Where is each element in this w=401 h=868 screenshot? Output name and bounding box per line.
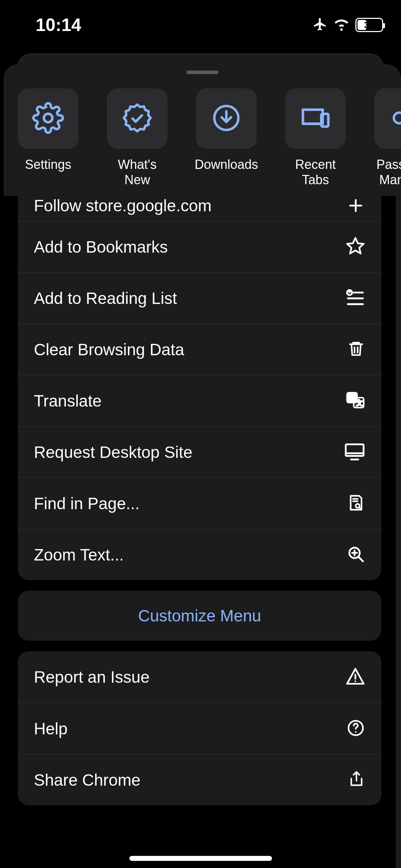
menu-item-label: Clear Browsing Data <box>34 340 184 359</box>
menu-item-report-issue[interactable]: Report an Issue <box>18 651 381 703</box>
shortcut-label: Password Manager <box>376 157 401 187</box>
shortcut-settings[interactable]: Settings <box>18 88 78 187</box>
menu-item-label: Follow store.google.com <box>34 196 212 215</box>
download-icon <box>210 102 242 135</box>
svg-text:文: 文 <box>356 399 363 407</box>
status-bar: 10:14 38 <box>0 0 401 50</box>
shortcut-tile <box>18 88 78 149</box>
menu-group-actions: Follow store.google.com Add to Bookmarks… <box>18 196 381 580</box>
menu-item-translate[interactable]: Translate G文 <box>18 375 381 426</box>
shortcut-label: Downloads <box>195 157 258 172</box>
help-circle-icon <box>346 718 365 739</box>
star-icon <box>345 236 365 258</box>
menu-item-label: Translate <box>34 391 102 410</box>
shortcut-downloads[interactable]: Downloads <box>196 88 257 187</box>
menu-item-label: Request Desktop Site <box>34 443 192 462</box>
svg-rect-2 <box>321 114 328 126</box>
plus-icon <box>346 196 365 217</box>
shortcut-label: What's New <box>107 157 168 187</box>
menu-item-label: Zoom Text... <box>34 545 124 564</box>
gear-icon <box>32 102 64 135</box>
sheet-grabber[interactable] <box>186 71 219 74</box>
battery-percent: 38 <box>355 20 383 31</box>
menu-item-label: Find in Page... <box>34 494 140 513</box>
desktop-icon <box>344 441 365 464</box>
menu-item-add-bookmarks[interactable]: Add to Bookmarks <box>18 221 381 272</box>
shortcut-whats-new[interactable]: What's New <box>107 88 168 187</box>
badge-check-icon <box>121 102 153 135</box>
menu-item-follow[interactable]: Follow store.google.com <box>18 196 381 221</box>
menu-item-label: Add to Reading List <box>34 289 177 308</box>
warning-triangle-icon <box>345 666 365 688</box>
menu-item-find-in-page[interactable]: Find in Page... <box>18 477 381 529</box>
wifi-icon <box>334 17 349 33</box>
menu-item-share-chrome[interactable]: Share Chrome <box>18 754 381 805</box>
customize-menu-label: Customize Menu <box>138 606 261 625</box>
menu-item-label: Report an Issue <box>34 667 150 687</box>
menu-item-clear-browsing-data[interactable]: Clear Browsing Data <box>18 324 381 375</box>
shortcut-label: Settings <box>25 157 71 172</box>
airplane-mode-icon <box>313 17 328 33</box>
menu-item-request-desktop-site[interactable]: Request Desktop Site <box>18 426 381 477</box>
svg-point-0 <box>44 114 52 122</box>
home-indicator[interactable] <box>129 856 272 861</box>
menu-item-label: Share Chrome <box>34 770 140 790</box>
shortcut-tile <box>285 88 346 149</box>
menu-scroll[interactable]: Follow store.google.com Add to Bookmarks… <box>4 196 396 868</box>
menu-item-customize-menu[interactable]: Customize Menu <box>18 591 381 641</box>
status-icons: 38 <box>313 17 383 33</box>
shortcut-tile <box>107 88 168 149</box>
shortcut-password-manager[interactable]: Password Manager <box>374 88 401 187</box>
menu-item-label: Add to Bookmarks <box>34 237 168 257</box>
find-in-page-icon <box>347 494 365 513</box>
devices-icon <box>299 101 333 136</box>
menu-item-zoom-text[interactable]: Zoom Text... <box>18 529 381 580</box>
menu-sheet: Settings What's New Downloads <box>4 64 401 868</box>
menu-group-support: Report an Issue Help Share Chrome <box>18 651 381 805</box>
menu-item-add-reading-list[interactable]: Add to Reading List <box>18 272 381 324</box>
shortcut-recent-tabs[interactable]: Recent Tabs <box>285 88 346 187</box>
menu-item-help[interactable]: Help <box>18 703 381 754</box>
shortcut-tile <box>374 88 401 149</box>
shortcut-label: Recent Tabs <box>285 157 346 187</box>
svg-point-3 <box>394 113 401 123</box>
key-icon <box>389 102 401 135</box>
translate-icon: G文 <box>345 390 365 412</box>
shortcut-row[interactable]: Settings What's New Downloads <box>4 74 401 199</box>
battery-icon: 38 <box>355 18 383 32</box>
menu-item-label: Help <box>34 719 68 738</box>
shortcut-tile <box>196 88 257 149</box>
share-icon <box>348 770 365 790</box>
trash-icon <box>347 340 365 360</box>
reading-list-icon <box>345 288 365 309</box>
svg-rect-9 <box>346 444 364 456</box>
zoom-in-icon <box>346 544 365 565</box>
status-time: 10:14 <box>36 15 81 35</box>
